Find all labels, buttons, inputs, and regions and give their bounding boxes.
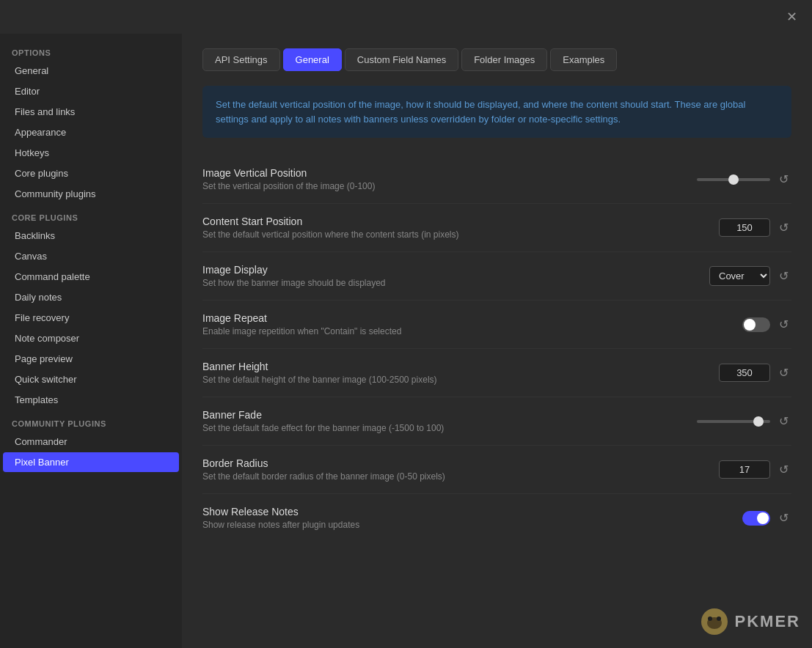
toggle-show-release-notes[interactable] [742,511,770,526]
reset-button-image-display[interactable]: ↺ [776,268,791,284]
setting-title-border-radius: Border Radius [202,457,703,469]
sidebar-item-page-preview[interactable]: Page preview [3,349,179,369]
toggle-knob-show-release-notes [757,512,769,524]
sidebar-item-appearance[interactable]: Appearance [3,122,179,142]
setting-info-banner-fade: Banner FadeSet the default fade effect f… [202,409,697,433]
watermark-text: PKMER [735,612,800,631]
setting-control-image-display: CoverContainFillNone↺ [703,266,791,286]
sidebar-item-pixel-banner[interactable]: Pixel Banner [3,452,179,472]
reset-button-banner-height[interactable]: ↺ [776,364,791,381]
setting-row-content-start-position: Content Start PositionSet the default ve… [202,204,791,252]
setting-info-image-repeat: Image RepeatEnable image repetition when… [202,312,703,336]
setting-control-banner-height: ↺ [703,364,791,382]
sidebar-item-core-plugins[interactable]: Core plugins [3,163,179,183]
setting-control-image-vertical-position: ↺ [697,171,791,188]
reset-button-banner-fade[interactable]: ↺ [776,413,791,430]
reset-button-image-vertical-position[interactable]: ↺ [776,171,791,188]
sidebar-item-canvas[interactable]: Canvas [3,246,179,266]
setting-title-image-repeat: Image Repeat [202,312,703,324]
tab-bar: API SettingsGeneralCustom Field NamesFol… [202,48,791,71]
setting-title-show-release-notes: Show Release Notes [202,506,703,518]
setting-desc-image-vertical-position: Set the vertical position of the image (… [202,181,697,191]
toggle-knob-image-repeat [744,319,756,331]
setting-row-show-release-notes: Show Release NotesShow release notes aft… [202,494,791,542]
setting-info-image-display: Image DisplaySet how the banner image sh… [202,264,703,288]
setting-title-banner-fade: Banner Fade [202,409,697,421]
reset-button-border-radius[interactable]: ↺ [776,461,791,478]
setting-control-image-repeat: ↺ [703,316,791,333]
sidebar-item-quick-switcher[interactable]: Quick switcher [3,369,179,389]
sidebar-item-editor[interactable]: Editor [3,81,179,101]
tab-custom-field-names[interactable]: Custom Field Names [345,48,458,71]
sidebar-core-plugins-label: Core plugins [0,205,182,225]
setting-desc-banner-height: Set the default height of the banner ima… [202,375,703,385]
setting-row-image-display: Image DisplaySet how the banner image sh… [202,252,791,301]
close-button[interactable]: ✕ [780,6,803,28]
modal-header: ✕ [0,0,812,34]
slider-track-image-vertical-position [697,178,770,181]
sidebar-options-label: Options [0,40,182,60]
sidebar-item-templates[interactable]: Templates [3,390,179,410]
sidebar-community-plugins-label: Community plugins [0,410,182,431]
setting-title-image-display: Image Display [202,264,703,276]
watermark: PKMER [700,607,800,636]
setting-row-image-repeat: Image RepeatEnable image repetition when… [202,301,791,349]
setting-info-content-start-position: Content Start PositionSet the default ve… [202,216,703,240]
number-input-banner-height[interactable] [719,364,770,382]
select-image-display[interactable]: CoverContainFillNone [709,266,770,286]
modal: ✕ Options GeneralEditorFiles and linksAp… [0,0,812,648]
setting-title-content-start-position: Content Start Position [202,216,703,227]
svg-point-2 [708,616,712,621]
sidebar-item-file-recovery[interactable]: File recovery [3,308,179,328]
setting-title-banner-height: Banner Height [202,361,703,372]
sidebar: Options GeneralEditorFiles and linksAppe… [0,34,182,648]
number-input-content-start-position[interactable] [719,218,770,237]
modal-body: Options GeneralEditorFiles and linksAppe… [0,34,812,648]
setting-control-content-start-position: ↺ [703,218,791,237]
sidebar-item-community-plugins[interactable]: Community plugins [3,184,179,204]
sidebar-item-daily-notes[interactable]: Daily notes [3,287,179,307]
setting-info-show-release-notes: Show Release NotesShow release notes aft… [202,506,703,530]
slider-image-vertical-position[interactable] [697,178,770,181]
sidebar-item-general[interactable]: General [3,61,179,81]
main-content: API SettingsGeneralCustom Field NamesFol… [182,34,812,648]
sidebar-item-commander[interactable]: Commander [3,432,179,452]
setting-info-image-vertical-position: Image Vertical PositionSet the vertical … [202,167,697,191]
setting-row-banner-height: Banner HeightSet the default height of t… [202,349,791,397]
number-input-border-radius[interactable] [719,460,770,479]
sidebar-item-files-links[interactable]: Files and links [3,102,179,122]
reset-button-show-release-notes[interactable]: ↺ [776,509,791,526]
setting-control-border-radius: ↺ [703,460,791,479]
setting-row-image-vertical-position: Image Vertical PositionSet the vertical … [202,155,791,204]
setting-desc-image-display: Set how the banner image should be displ… [202,278,703,288]
sidebar-item-command-palette[interactable]: Command palette [3,267,179,287]
reset-button-content-start-position[interactable]: ↺ [776,219,791,236]
sidebar-item-backlinks[interactable]: Backlinks [3,226,179,246]
setting-desc-border-radius: Set the default border radius of the ban… [202,471,703,482]
setting-desc-content-start-position: Set the default vertical position where … [202,229,703,240]
setting-control-show-release-notes: ↺ [703,509,791,526]
slider-banner-fade[interactable] [697,420,770,423]
setting-row-banner-fade: Banner FadeSet the default fade effect f… [202,397,791,446]
setting-row-border-radius: Border RadiusSet the default border radi… [202,446,791,494]
sidebar-item-hotkeys[interactable]: Hotkeys [3,143,179,163]
setting-desc-banner-fade: Set the default fade effect for the bann… [202,423,697,433]
slider-thumb-banner-fade[interactable] [753,416,764,427]
setting-desc-show-release-notes: Show release notes after plugin updates [202,520,703,530]
tab-api-settings[interactable]: API Settings [202,48,280,71]
slider-thumb-image-vertical-position[interactable] [728,174,739,185]
sidebar-item-note-composer[interactable]: Note composer [3,328,179,348]
reset-button-image-repeat[interactable]: ↺ [776,316,791,333]
slider-track-banner-fade [697,420,770,423]
setting-control-banner-fade: ↺ [697,413,791,430]
info-box-text: Set the default vertical position of the… [216,99,745,125]
setting-info-border-radius: Border RadiusSet the default border radi… [202,457,703,482]
settings-list: Image Vertical PositionSet the vertical … [202,155,791,542]
setting-info-banner-height: Banner HeightSet the default height of t… [202,361,703,385]
toggle-image-repeat[interactable] [742,317,770,332]
tab-folder-images[interactable]: Folder Images [461,48,547,71]
pkmer-logo [700,607,729,636]
tab-general[interactable]: General [283,48,342,71]
tab-examples[interactable]: Examples [550,48,617,71]
info-box: Set the default vertical position of the… [202,86,791,138]
